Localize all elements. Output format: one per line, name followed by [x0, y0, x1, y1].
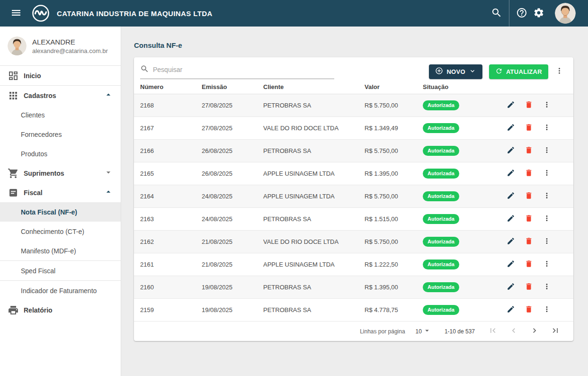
row-menu-button[interactable]	[543, 191, 551, 201]
cell-emissao: 21/08/2025	[202, 261, 263, 268]
trash-icon	[525, 146, 533, 156]
delete-button[interactable]	[525, 191, 533, 201]
next-page-button[interactable]	[528, 324, 541, 339]
hamburger-menu-button[interactable]	[8, 4, 25, 23]
edit-button[interactable]	[507, 146, 515, 156]
row-actions	[504, 282, 567, 292]
nfe-card: NOVO ATUALIZAR Nú	[134, 57, 573, 341]
pagination-bar: Linhas por página 10 1-10 de 537	[134, 322, 573, 341]
delete-button[interactable]	[525, 260, 533, 269]
atualizar-button[interactable]: ATUALIZAR	[489, 64, 548, 79]
edit-button[interactable]	[507, 169, 515, 179]
chevron-up-icon	[104, 90, 113, 101]
pencil-icon	[507, 214, 515, 224]
user-name: ALEXANDRE	[32, 38, 108, 46]
search-icon	[140, 64, 149, 75]
novo-button[interactable]: NOVO	[429, 64, 482, 79]
status-badge: Autorizada	[423, 146, 459, 156]
help-icon	[516, 7, 527, 20]
cell-cliente: PETROBRAS SA	[263, 147, 365, 154]
sidebar-item-inicio[interactable]: Inicio	[0, 66, 121, 85]
edit-button[interactable]	[507, 123, 515, 133]
row-menu-button[interactable]	[543, 169, 551, 179]
sidebar-item-label: Fornecedores	[21, 131, 62, 138]
row-menu-button[interactable]	[543, 100, 551, 110]
sidebar-item-indicador-faturamento[interactable]: Indicador de Faturamento	[0, 281, 121, 300]
trash-icon	[525, 169, 533, 179]
delete-button[interactable]	[525, 305, 533, 315]
row-menu-button[interactable]	[543, 305, 551, 315]
row-actions	[504, 169, 567, 179]
search-input[interactable]	[153, 66, 334, 73]
sidebar-item-manifesto[interactable]: Manifesto (MDF-e)	[0, 241, 121, 260]
row-actions	[504, 260, 567, 269]
settings-button[interactable]	[530, 4, 547, 23]
edit-button[interactable]	[507, 191, 515, 201]
sidebar-item-suprimentos[interactable]: Suprimentos	[0, 163, 121, 183]
search-box	[140, 64, 334, 79]
cell-cliente: VALE DO RIO DOCE LTDA	[263, 238, 365, 245]
edit-button[interactable]	[507, 305, 515, 315]
hamburger-icon	[10, 7, 22, 20]
sidebar-item-sped-fiscal[interactable]: Sped Fiscal	[0, 261, 121, 280]
edit-button[interactable]	[507, 237, 515, 247]
edit-button[interactable]	[507, 100, 515, 110]
status-badge: Autorizada	[423, 282, 459, 292]
cell-cliente: APPLE USINAGEM LTDA	[263, 261, 365, 268]
first-page-button[interactable]	[486, 324, 499, 339]
row-menu-button[interactable]	[543, 260, 551, 269]
edit-button[interactable]	[507, 260, 515, 269]
cell-situacao: Autorizada	[423, 260, 504, 269]
trash-icon	[525, 214, 533, 224]
delete-button[interactable]	[525, 169, 533, 179]
delete-button[interactable]	[525, 146, 533, 156]
rows-per-page-select[interactable]: 10	[416, 326, 431, 336]
delete-button[interactable]	[525, 237, 533, 247]
sidebar-item-fiscal[interactable]: Fiscal	[0, 183, 121, 202]
sidebar-item-clientes[interactable]: Clientes	[0, 105, 121, 125]
row-menu-button[interactable]	[543, 237, 551, 247]
pencil-icon	[507, 123, 515, 133]
global-search-button[interactable]	[488, 4, 505, 23]
row-menu-button[interactable]	[543, 282, 551, 292]
sidebar-item-label: Suprimentos	[24, 170, 104, 177]
sidebar-item-cadastros[interactable]: Cadastros	[0, 86, 121, 105]
help-button[interactable]	[513, 4, 530, 23]
avatar-image	[555, 3, 576, 24]
edit-button[interactable]	[507, 282, 515, 292]
row-actions	[504, 146, 567, 156]
cell-numero: 2159	[140, 306, 202, 313]
last-page-button[interactable]	[549, 324, 562, 339]
sidebar-item-fornecedores[interactable]: Fornecedores	[0, 125, 121, 144]
cell-valor: R$ 1.395,00	[365, 284, 423, 291]
delete-button[interactable]	[525, 100, 533, 110]
header-avatar[interactable]	[555, 3, 576, 24]
previous-page-button[interactable]	[507, 324, 520, 339]
refresh-icon	[495, 67, 503, 76]
row-menu-button[interactable]	[543, 123, 551, 133]
apps-grid-icon	[8, 90, 19, 101]
atualizar-button-label: ATUALIZAR	[506, 68, 542, 75]
sidebar-item-label: Conhecimento (CT-e)	[21, 228, 84, 235]
sidebar-item-relatorio[interactable]: Relatório	[0, 300, 121, 320]
edit-button[interactable]	[507, 214, 515, 224]
delete-button[interactable]	[525, 282, 533, 292]
cell-situacao: Autorizada	[423, 169, 504, 179]
card-menu-button[interactable]	[552, 63, 567, 80]
row-actions	[504, 123, 567, 133]
rows-per-page-label: Linhas por página	[360, 328, 405, 335]
sidebar-item-conhecimento[interactable]: Conhecimento (CT-e)	[0, 222, 121, 241]
sidebar-item-nota-fiscal[interactable]: Nota Fiscal (NF-e)	[0, 202, 121, 222]
delete-button[interactable]	[525, 214, 533, 224]
status-badge: Autorizada	[423, 214, 459, 224]
sidebar-item-label: Fiscal	[24, 189, 104, 197]
row-menu-button[interactable]	[543, 214, 551, 224]
row-actions	[504, 214, 567, 224]
delete-button[interactable]	[525, 123, 533, 133]
cell-emissao: 19/08/2025	[202, 306, 263, 313]
kebab-icon	[543, 282, 551, 292]
sidebar-item-produtos[interactable]: Produtos	[0, 144, 121, 163]
kebab-icon	[555, 66, 564, 77]
row-menu-button[interactable]	[543, 146, 551, 156]
row-actions	[504, 191, 567, 201]
